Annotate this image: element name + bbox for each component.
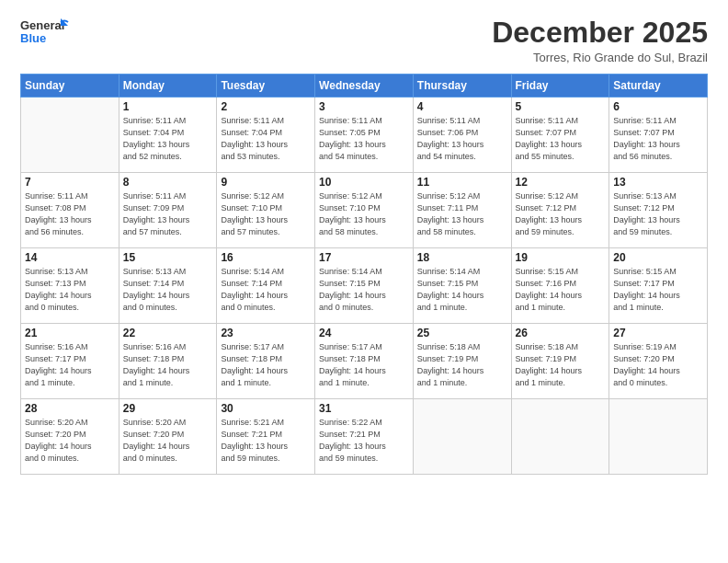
day-cell: 1Sunrise: 5:11 AM Sunset: 7:04 PM Daylig… (119, 98, 217, 173)
day-cell: 3Sunrise: 5:11 AM Sunset: 7:05 PM Daylig… (315, 98, 414, 173)
day-cell: 31Sunrise: 5:22 AM Sunset: 7:21 PM Dayli… (315, 399, 414, 475)
day-cell: 26Sunrise: 5:18 AM Sunset: 7:19 PM Dayli… (511, 324, 609, 399)
day-cell: 12Sunrise: 5:12 AM Sunset: 7:12 PM Dayli… (511, 173, 609, 248)
day-cell: 24Sunrise: 5:17 AM Sunset: 7:18 PM Dayli… (315, 324, 414, 399)
day-info: Sunrise: 5:14 AM Sunset: 7:15 PM Dayligh… (417, 266, 507, 314)
day-number: 17 (319, 251, 409, 264)
day-info: Sunrise: 5:11 AM Sunset: 7:04 PM Dayligh… (221, 115, 311, 163)
day-number: 12 (516, 176, 606, 189)
day-cell: 16Sunrise: 5:14 AM Sunset: 7:14 PM Dayli… (217, 248, 315, 324)
page: GeneralBlue December 2025 Torres, Rio Gr… (0, 0, 728, 563)
day-cell (511, 399, 609, 475)
day-info: Sunrise: 5:14 AM Sunset: 7:15 PM Dayligh… (319, 266, 409, 314)
day-cell: 25Sunrise: 5:18 AM Sunset: 7:19 PM Dayli… (413, 324, 511, 399)
day-number: 25 (417, 327, 507, 339)
week-row-3: 14Sunrise: 5:13 AM Sunset: 7:13 PM Dayli… (21, 248, 708, 324)
week-row-1: 1Sunrise: 5:11 AM Sunset: 7:04 PM Daylig… (21, 98, 708, 173)
day-number: 20 (613, 251, 703, 264)
day-info: Sunrise: 5:17 AM Sunset: 7:18 PM Dayligh… (221, 341, 311, 389)
day-info: Sunrise: 5:14 AM Sunset: 7:14 PM Dayligh… (221, 266, 311, 314)
day-number: 24 (319, 327, 409, 339)
day-number: 8 (123, 176, 213, 189)
day-number: 28 (25, 402, 115, 415)
day-info: Sunrise: 5:16 AM Sunset: 7:17 PM Dayligh… (25, 341, 115, 389)
day-info: Sunrise: 5:13 AM Sunset: 7:12 PM Dayligh… (613, 190, 703, 238)
day-cell: 20Sunrise: 5:15 AM Sunset: 7:17 PM Dayli… (609, 248, 708, 324)
day-cell: 15Sunrise: 5:13 AM Sunset: 7:14 PM Dayli… (119, 248, 217, 324)
day-cell: 5Sunrise: 5:11 AM Sunset: 7:07 PM Daylig… (511, 98, 609, 173)
day-cell: 30Sunrise: 5:21 AM Sunset: 7:21 PM Dayli… (217, 399, 315, 475)
day-number: 26 (516, 327, 606, 339)
day-number: 23 (221, 327, 311, 339)
day-cell: 29Sunrise: 5:20 AM Sunset: 7:20 PM Dayli… (119, 399, 217, 475)
day-info: Sunrise: 5:13 AM Sunset: 7:14 PM Dayligh… (123, 266, 213, 314)
day-number: 2 (221, 100, 311, 113)
day-cell: 6Sunrise: 5:11 AM Sunset: 7:07 PM Daylig… (609, 98, 708, 173)
col-header-saturday: Saturday (609, 75, 708, 98)
day-info: Sunrise: 5:11 AM Sunset: 7:06 PM Dayligh… (417, 115, 507, 163)
week-row-5: 28Sunrise: 5:20 AM Sunset: 7:20 PM Dayli… (21, 399, 708, 475)
day-number: 6 (613, 100, 703, 113)
day-number: 22 (123, 327, 213, 339)
svg-text:Blue: Blue (20, 31, 46, 45)
day-info: Sunrise: 5:19 AM Sunset: 7:20 PM Dayligh… (613, 341, 703, 389)
day-cell: 14Sunrise: 5:13 AM Sunset: 7:13 PM Dayli… (21, 248, 119, 324)
day-number: 1 (123, 100, 213, 113)
day-cell: 19Sunrise: 5:15 AM Sunset: 7:16 PM Dayli… (511, 248, 609, 324)
day-number: 10 (319, 176, 409, 189)
day-cell: 27Sunrise: 5:19 AM Sunset: 7:20 PM Dayli… (609, 324, 708, 399)
day-info: Sunrise: 5:12 AM Sunset: 7:12 PM Dayligh… (516, 190, 606, 238)
day-info: Sunrise: 5:11 AM Sunset: 7:08 PM Dayligh… (25, 190, 115, 238)
day-number: 9 (221, 176, 311, 189)
day-number: 5 (516, 100, 606, 113)
day-cell: 28Sunrise: 5:20 AM Sunset: 7:20 PM Dayli… (21, 399, 119, 475)
col-header-monday: Monday (119, 75, 217, 98)
day-cell: 13Sunrise: 5:13 AM Sunset: 7:12 PM Dayli… (609, 173, 708, 248)
day-cell: 8Sunrise: 5:11 AM Sunset: 7:09 PM Daylig… (119, 173, 217, 248)
day-number: 15 (123, 251, 213, 264)
day-number: 18 (417, 251, 507, 264)
svg-text:General: General (20, 18, 64, 32)
day-info: Sunrise: 5:20 AM Sunset: 7:20 PM Dayligh… (123, 417, 213, 465)
day-number: 14 (25, 251, 115, 264)
day-info: Sunrise: 5:11 AM Sunset: 7:07 PM Dayligh… (516, 115, 606, 163)
day-number: 7 (25, 176, 115, 189)
day-cell: 7Sunrise: 5:11 AM Sunset: 7:08 PM Daylig… (21, 173, 119, 248)
day-info: Sunrise: 5:12 AM Sunset: 7:10 PM Dayligh… (221, 190, 311, 238)
day-info: Sunrise: 5:16 AM Sunset: 7:18 PM Dayligh… (123, 341, 213, 389)
day-number: 3 (319, 100, 409, 113)
calendar-table: SundayMondayTuesdayWednesdayThursdayFrid… (20, 74, 708, 475)
day-info: Sunrise: 5:21 AM Sunset: 7:21 PM Dayligh… (221, 417, 311, 465)
day-cell: 23Sunrise: 5:17 AM Sunset: 7:18 PM Dayli… (217, 324, 315, 399)
day-cell (21, 98, 119, 173)
day-number: 27 (613, 327, 703, 339)
header: GeneralBlue December 2025 Torres, Rio Gr… (20, 17, 708, 64)
day-info: Sunrise: 5:12 AM Sunset: 7:10 PM Dayligh… (319, 190, 409, 238)
day-info: Sunrise: 5:11 AM Sunset: 7:04 PM Dayligh… (123, 115, 213, 163)
day-info: Sunrise: 5:15 AM Sunset: 7:16 PM Dayligh… (516, 266, 606, 314)
day-number: 21 (25, 327, 115, 339)
day-info: Sunrise: 5:18 AM Sunset: 7:19 PM Dayligh… (516, 341, 606, 389)
col-header-thursday: Thursday (413, 75, 511, 98)
day-number: 19 (516, 251, 606, 264)
col-header-wednesday: Wednesday (315, 75, 414, 98)
day-cell: 9Sunrise: 5:12 AM Sunset: 7:10 PM Daylig… (217, 173, 315, 248)
col-header-tuesday: Tuesday (217, 75, 315, 98)
day-info: Sunrise: 5:11 AM Sunset: 7:05 PM Dayligh… (319, 115, 409, 163)
day-info: Sunrise: 5:20 AM Sunset: 7:20 PM Dayligh… (25, 417, 115, 465)
day-info: Sunrise: 5:18 AM Sunset: 7:19 PM Dayligh… (417, 341, 507, 389)
day-cell: 22Sunrise: 5:16 AM Sunset: 7:18 PM Dayli… (119, 324, 217, 399)
day-number: 16 (221, 251, 311, 264)
day-cell: 4Sunrise: 5:11 AM Sunset: 7:06 PM Daylig… (413, 98, 511, 173)
day-cell (609, 399, 708, 475)
day-number: 13 (613, 176, 703, 189)
day-cell: 10Sunrise: 5:12 AM Sunset: 7:10 PM Dayli… (315, 173, 414, 248)
logo-icon: GeneralBlue (20, 17, 71, 48)
logo: GeneralBlue (20, 17, 71, 48)
day-cell: 11Sunrise: 5:12 AM Sunset: 7:11 PM Dayli… (413, 173, 511, 248)
day-info: Sunrise: 5:13 AM Sunset: 7:13 PM Dayligh… (25, 266, 115, 314)
day-cell (413, 399, 511, 475)
col-header-sunday: Sunday (21, 75, 119, 98)
month-title: December 2025 (492, 17, 708, 49)
day-cell: 21Sunrise: 5:16 AM Sunset: 7:17 PM Dayli… (21, 324, 119, 399)
